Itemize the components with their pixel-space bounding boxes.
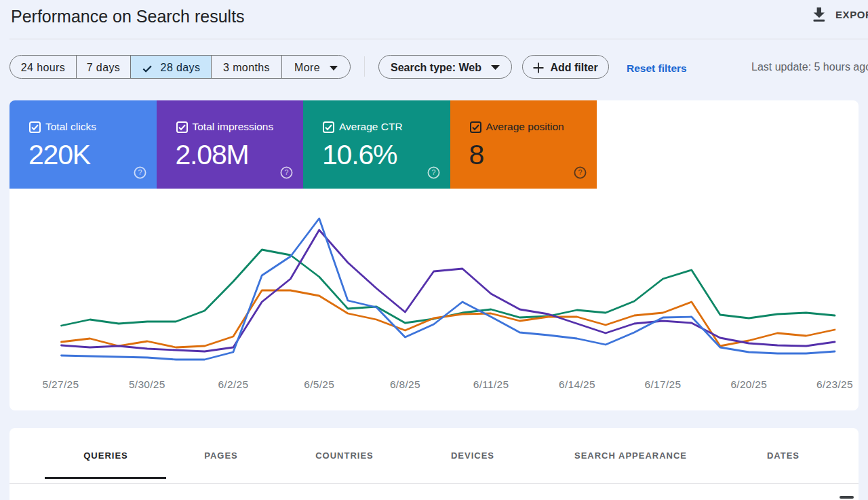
svg-text:?: ? xyxy=(578,168,583,176)
svg-text:?: ? xyxy=(285,168,289,176)
svg-text:?: ? xyxy=(431,168,435,176)
svg-text:?: ? xyxy=(138,168,142,176)
